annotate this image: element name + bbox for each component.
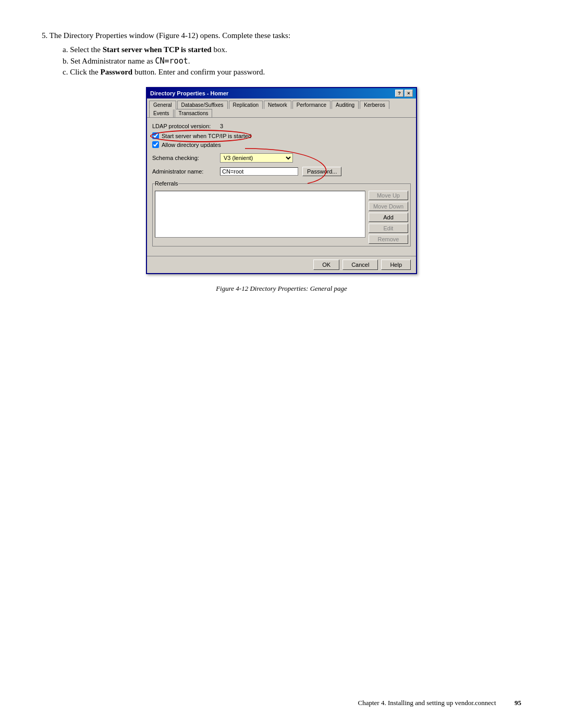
figure-caption: Figure 4-12 Directory Properties: Genera…	[42, 285, 521, 293]
footer-chapter-text: Chapter 4. Installing and setting up ven…	[358, 699, 496, 707]
schema-checking-row: Schema checking: V3 (lenient)	[152, 153, 411, 163]
move-up-button[interactable]: Move Up	[369, 191, 408, 200]
page-footer: Chapter 4. Installing and setting up ven…	[358, 699, 522, 707]
password-button[interactable]: Password...	[302, 167, 341, 176]
start-server-checkbox[interactable]	[152, 132, 159, 139]
tab-auditing[interactable]: Auditing	[332, 101, 359, 109]
edit-button[interactable]: Edit	[369, 224, 408, 233]
start-server-label: Start server when TCP/IP is started	[162, 133, 251, 139]
cancel-button[interactable]: Cancel	[342, 260, 378, 270]
subtask-a: a. Select the Start server when TCP is s…	[63, 45, 521, 54]
tab-bar: General Database/Suffixes Replication Ne…	[147, 98, 416, 118]
tab-network[interactable]: Network	[264, 101, 291, 109]
schema-checking-label: Schema checking:	[152, 155, 220, 161]
allow-updates-checkbox[interactable]	[152, 141, 159, 148]
schema-checking-select[interactable]: V3 (lenient)	[220, 153, 293, 163]
referrals-legend: Referrals	[155, 180, 178, 187]
referrals-buttons: Move Up Move Down Add Edit Remove	[369, 191, 408, 244]
ldap-version-label: LDAP protocol version:	[152, 123, 220, 129]
help-button[interactable]: Help	[381, 260, 411, 270]
administrator-name-input[interactable]	[220, 167, 298, 176]
tab-events[interactable]: Events	[149, 109, 174, 117]
subtask-c: c. Click the Password button. Enter and …	[63, 68, 521, 77]
allow-updates-label: Allow directory updates	[162, 142, 221, 148]
dialog-titlebar: Directory Properties - Homer ? ×	[147, 88, 416, 98]
start-server-row: Start server when TCP/IP is started	[152, 132, 411, 139]
referrals-list[interactable]	[155, 191, 365, 238]
tab-performance[interactable]: Performance	[292, 101, 331, 109]
administrator-name-label: Administrator name:	[152, 168, 220, 175]
tab-database-suffixes[interactable]: Database/Suffixes	[177, 101, 228, 109]
directory-properties-dialog: Directory Properties - Homer ? × General…	[146, 87, 417, 274]
administrator-name-row: Administrator name: Password...	[152, 167, 411, 176]
tab-transactions[interactable]: Transactions	[175, 109, 213, 117]
subtask-b: b. Set Administrator name as CN=root.	[63, 56, 521, 66]
add-button[interactable]: Add	[369, 213, 408, 222]
referrals-content: Move Up Move Down Add Edit Remove	[155, 191, 408, 244]
referrals-group: Referrals Move Up Move Down Add Edit Rem…	[152, 180, 411, 246]
close-button[interactable]: ×	[405, 90, 413, 97]
dialog-footer: OK Cancel Help	[147, 256, 416, 273]
ldap-version-row: LDAP protocol version: 3	[152, 123, 411, 129]
move-down-button[interactable]: Move Down	[369, 202, 408, 211]
ok-button[interactable]: OK	[313, 260, 339, 270]
step-5-text: 5. The Directory Properties window (Figu…	[42, 31, 521, 40]
dialog-title: Directory Properties - Homer	[150, 90, 228, 96]
footer-separator	[502, 699, 509, 707]
tab-replication[interactable]: Replication	[229, 101, 263, 109]
allow-updates-row: Allow directory updates	[152, 141, 411, 148]
tab-general[interactable]: General	[149, 101, 176, 109]
footer-page-number: 95	[515, 699, 521, 707]
dialog-body: LDAP protocol version: 3 Start server wh…	[147, 118, 416, 256]
question-button[interactable]: ?	[395, 90, 403, 97]
ldap-version-value: 3	[220, 123, 223, 129]
remove-button[interactable]: Remove	[369, 235, 408, 244]
tab-kerberos[interactable]: Kerberos	[360, 101, 389, 109]
